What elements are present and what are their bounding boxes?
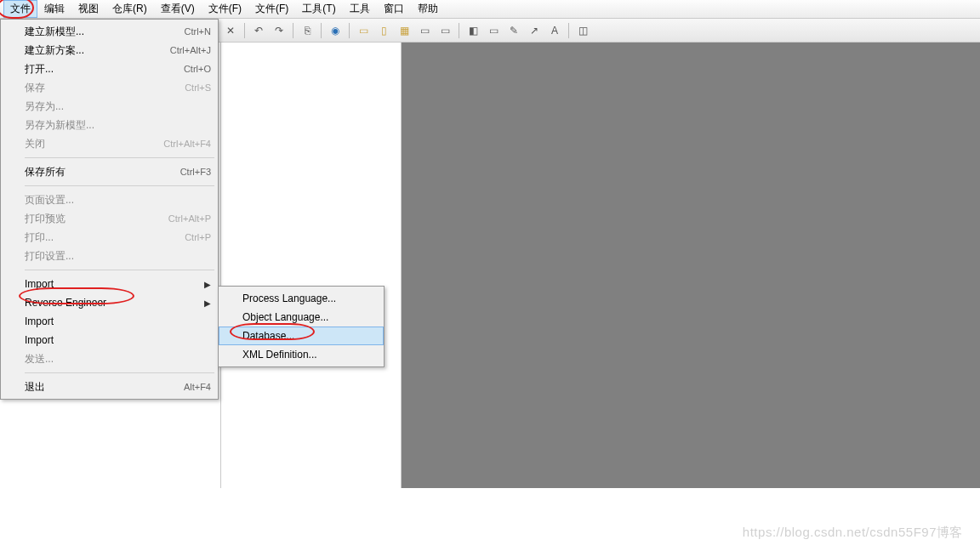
menu-separator [25,270,214,270]
menu-exit[interactable]: 退出Alt+F4 [1,378,218,396]
menu-import3[interactable]: Import [1,331,218,349]
menu-reverse-engineer[interactable]: Reverse Engineer▶ [1,293,218,312]
menu-tools[interactable]: 工具(T) [295,0,342,18]
toolbar-separator [349,23,350,38]
folder-icon[interactable]: ▭ [355,22,372,39]
menu-save-as-new[interactable]: 另存为新模型... [1,116,218,134]
menu-tools2[interactable]: 工具 [343,0,377,18]
globe-icon[interactable]: ◉ [327,22,344,39]
close-icon[interactable]: ✕ [222,22,239,39]
menu-separator [25,185,214,186]
menu-import2[interactable]: Import [1,312,218,331]
shape2-icon[interactable]: ▭ [485,22,502,39]
menu-close[interactable]: 关闭Ctrl+Alt+F4 [1,134,218,153]
submenu-database[interactable]: Database... [219,327,384,345]
menu-separator [25,372,214,373]
submenu-object-language[interactable]: Object Language... [219,308,384,327]
rect-icon[interactable]: ▭ [416,22,433,39]
rect2-icon[interactable]: ▭ [436,22,453,39]
menu-print-setup[interactable]: 打印设置... [1,247,218,265]
misc-icon[interactable]: ◫ [574,22,591,39]
menu-separator [25,157,214,158]
menu-file3[interactable]: 文件(F) [248,0,295,18]
menu-print[interactable]: 打印...Ctrl+P [1,228,218,247]
submenu-xml-definition[interactable]: XML Definition... [219,345,384,364]
menu-save-all[interactable]: 保存所有Ctrl+F3 [1,162,218,181]
text-icon[interactable]: A [546,22,563,39]
toolbar-separator [321,23,322,38]
copy-icon[interactable]: ⎘ [299,22,316,39]
menu-save[interactable]: 保存Ctrl+S [1,78,218,97]
menu-new-project[interactable]: 建立新方案...Ctrl+Alt+J [1,41,218,60]
menu-page-setup[interactable]: 页面设置... [1,190,218,209]
undo-icon[interactable]: ↶ [250,22,267,39]
menu-help[interactable]: 帮助 [411,0,445,18]
menu-view[interactable]: 视图 [71,0,105,18]
file-menu-dropdown: 建立新模型...Ctrl+N 建立新方案...Ctrl+Alt+J 打开...C… [0,19,219,400]
menu-edit[interactable]: 编辑 [37,0,71,18]
menu-new-model[interactable]: 建立新模型...Ctrl+N [1,22,218,41]
menu-window[interactable]: 窗口 [377,0,411,18]
menu-file2[interactable]: 文件(F) [202,0,248,18]
chevron-right-icon: ▶ [204,298,211,308]
menu-look[interactable]: 查看(V) [154,0,202,18]
toolbar-separator [459,23,459,38]
watermark-text: https://blog.csdn.net/csdn55F97博客 [743,525,963,541]
submenu-process-language[interactable]: Process Language... [219,289,384,308]
table-icon[interactable]: ▦ [396,22,413,39]
menu-import[interactable]: Import▶ [1,275,218,293]
shape-icon[interactable]: ◧ [464,22,481,39]
menubar: 文件 编辑 视图 仓库(R) 查看(V) 文件(F) 文件(F) 工具(T) 工… [0,0,980,19]
empty-area [402,43,980,488]
canvas-area[interactable] [221,43,402,488]
reverse-engineer-submenu: Process Language... Object Language... D… [218,286,385,367]
toolbar-separator [568,23,569,38]
menu-repository[interactable]: 仓库(R) [105,0,154,18]
menu-send[interactable]: 发送... [1,349,218,368]
redo-icon[interactable]: ↷ [271,22,288,39]
menu-save-as[interactable]: 另存为... [1,97,218,116]
chevron-right-icon: ▶ [204,280,211,289]
paste-icon[interactable]: ▯ [375,22,392,39]
menu-file[interactable]: 文件 [3,0,37,18]
toolbar-separator [244,23,245,38]
menu-print-preview[interactable]: 打印预览Ctrl+Alt+P [1,209,218,228]
pen-icon[interactable]: ✎ [505,22,522,39]
arrow-icon[interactable]: ↗ [526,22,543,39]
toolbar-separator [293,23,293,38]
menu-open[interactable]: 打开...Ctrl+O [1,60,218,78]
